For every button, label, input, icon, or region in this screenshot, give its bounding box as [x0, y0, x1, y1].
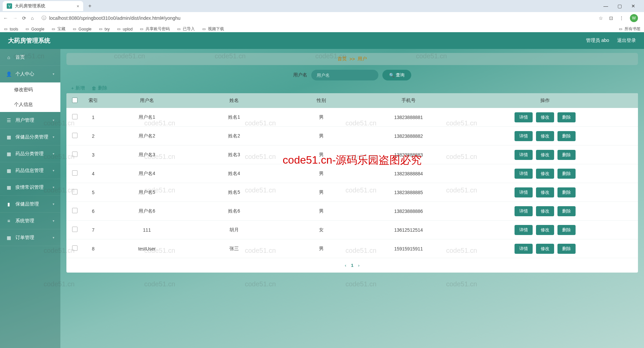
bookmark-item[interactable]: ▭共享账号密码 — [139, 26, 170, 32]
edit-button[interactable]: 修改 — [536, 244, 554, 254]
sidebar-item-2[interactable]: ☰用户管理▾ — [0, 112, 60, 129]
extensions-icon[interactable]: ⊡ — [609, 15, 613, 21]
row-checkbox[interactable] — [72, 133, 77, 138]
sidebar-item-0[interactable]: ⌂首页 — [0, 49, 60, 66]
url-box[interactable]: ⓘ localhost:8080/springboot310o0/admin/d… — [38, 14, 594, 22]
back-icon[interactable]: ← — [3, 15, 8, 21]
table-row: 5用户名5姓名5男13823888885详情修改删除 — [66, 183, 638, 202]
cell-gender: 男 — [278, 246, 365, 252]
grid-icon: ▦ — [6, 134, 11, 140]
reload-icon[interactable]: ⟳ — [22, 15, 26, 21]
home-icon[interactable]: ⌂ — [31, 15, 34, 21]
bookmark-item[interactable]: ▭Google — [72, 26, 92, 32]
row-delete-button[interactable]: 删除 — [557, 169, 576, 179]
sidebar-item-7[interactable]: ▮保健品管理▾ — [0, 196, 60, 213]
browser-tab[interactable]: V 大药房管理系统 × — [3, 1, 83, 11]
sidebar-subitem[interactable]: 修改密码 — [0, 82, 60, 97]
search-button[interactable]: 🔍 查询 — [382, 70, 411, 80]
cell-phone: 13823888886 — [365, 209, 452, 214]
cell-name: 姓名5 — [191, 189, 278, 195]
bookmark-item[interactable]: ▭Google — [25, 26, 44, 32]
edit-button[interactable]: 修改 — [536, 225, 554, 235]
close-tab-icon[interactable]: × — [76, 4, 79, 9]
close-window-icon[interactable]: ✕ — [631, 3, 635, 9]
sidebar-subitem[interactable]: 个人信息 — [0, 97, 60, 112]
star-icon[interactable]: ☆ — [599, 15, 603, 21]
row-delete-button[interactable]: 删除 — [557, 244, 576, 254]
breadcrumb-current: 用户 — [358, 56, 367, 62]
row-delete-button[interactable]: 删除 — [557, 187, 576, 197]
edit-button[interactable]: 修改 — [536, 206, 554, 216]
chevron-down-icon: ▾ — [53, 236, 54, 239]
stack-icon: ≡ — [6, 218, 11, 224]
menu-icon[interactable]: ⋮ — [619, 15, 624, 21]
plus-icon: + — [71, 85, 74, 91]
edit-button[interactable]: 修改 — [536, 150, 554, 160]
row-checkbox[interactable] — [72, 227, 77, 232]
row-delete-button[interactable]: 删除 — [557, 112, 576, 122]
edit-button[interactable]: 修改 — [536, 112, 554, 122]
detail-button[interactable]: 详情 — [515, 131, 533, 141]
site-info-icon[interactable]: ⓘ — [42, 15, 46, 21]
cell-name: 姓名3 — [191, 152, 278, 158]
minimize-icon[interactable]: — — [603, 3, 608, 9]
maximize-icon[interactable]: ▢ — [618, 3, 622, 9]
detail-button[interactable]: 详情 — [515, 187, 533, 197]
grid-icon: ▦ — [6, 235, 11, 240]
sidebar-item-3[interactable]: ▦保健品分类管理▾ — [0, 129, 60, 146]
page-number[interactable]: 1 — [351, 263, 353, 268]
breadcrumb-home[interactable]: 首页 — [337, 56, 347, 62]
edit-button[interactable]: 修改 — [536, 131, 554, 141]
detail-button[interactable]: 详情 — [515, 225, 533, 235]
add-button[interactable]: + 新增 — [71, 85, 85, 91]
forward-icon[interactable]: → — [13, 15, 17, 21]
detail-button[interactable]: 详情 — [515, 206, 533, 216]
edit-button[interactable]: 修改 — [536, 187, 554, 197]
next-page-icon[interactable]: › — [358, 263, 360, 268]
row-checkbox[interactable] — [72, 189, 77, 194]
edit-button[interactable]: 修改 — [536, 169, 554, 179]
bookmark-item[interactable]: ▭宝藏 — [51, 26, 65, 32]
bookmark-item[interactable]: ▭已导入 — [176, 26, 195, 32]
sidebar-item-5[interactable]: ▦药品信息管理▾ — [0, 162, 60, 179]
table-header: 索引 用户名 姓名 性别 手机号 操作 — [66, 93, 638, 108]
detail-button[interactable]: 详情 — [515, 112, 533, 122]
delete-button[interactable]: 🗑 删除 — [92, 85, 107, 91]
row-checkbox[interactable] — [72, 208, 77, 213]
chevron-down-icon: ▾ — [53, 169, 54, 172]
cell-name: 姓名1 — [191, 114, 278, 120]
row-delete-button[interactable]: 删除 — [557, 225, 576, 235]
cell-index: 6 — [83, 209, 103, 214]
home-icon: ⌂ — [6, 55, 11, 60]
row-delete-button[interactable]: 删除 — [557, 150, 576, 160]
th-phone: 手机号 — [365, 98, 452, 104]
sidebar-item-1[interactable]: 👤个人中心▾ — [0, 66, 60, 82]
bookmark-item[interactable]: ▭txy — [98, 26, 110, 32]
row-checkbox[interactable] — [72, 170, 77, 176]
row-checkbox[interactable] — [72, 114, 77, 119]
detail-button[interactable]: 详情 — [515, 150, 533, 160]
chevron-down-icon: ▾ — [53, 202, 54, 206]
detail-button[interactable]: 详情 — [515, 169, 533, 179]
bookmark-item[interactable]: ▭uplod — [116, 26, 132, 32]
row-checkbox[interactable] — [72, 245, 77, 251]
profile-avatar[interactable]: W — [630, 14, 638, 22]
prev-page-icon[interactable]: ‹ — [345, 263, 346, 268]
sidebar-item-6[interactable]: ▦疫情常识管理▾ — [0, 179, 60, 196]
search-input[interactable] — [311, 70, 378, 80]
sidebar-item-4[interactable]: ▦药品分类管理▾ — [0, 146, 60, 162]
bookmark-item[interactable]: ▭视频下载 — [202, 26, 224, 32]
detail-button[interactable]: 详情 — [515, 244, 533, 254]
logout-link[interactable]: 退出登录 — [617, 38, 636, 44]
row-delete-button[interactable]: 删除 — [557, 206, 576, 216]
sidebar-item-8[interactable]: ≡系统管理▾ — [0, 213, 60, 229]
all-bookmarks[interactable]: ▭ 所有书签 — [618, 26, 641, 32]
bookmark-item[interactable]: ▭tools — [3, 26, 18, 32]
row-delete-button[interactable]: 删除 — [557, 131, 576, 141]
sidebar-item-9[interactable]: ▦订单管理▾ — [0, 229, 60, 246]
select-all-checkbox[interactable] — [72, 98, 77, 103]
tab-favicon: V — [7, 3, 12, 9]
new-tab-button[interactable]: + — [85, 1, 95, 11]
admin-label[interactable]: 管理员 abo — [586, 38, 609, 44]
row-checkbox[interactable] — [72, 152, 77, 157]
